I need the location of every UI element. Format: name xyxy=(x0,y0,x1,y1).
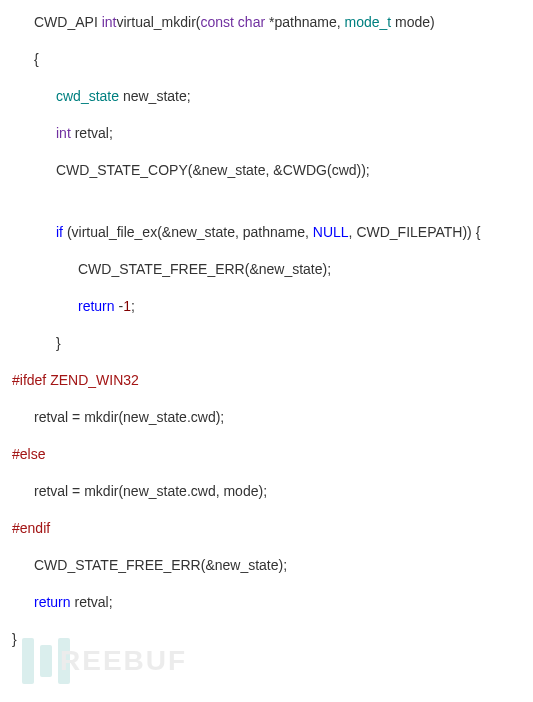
code-line: retval = mkdir(new_state.cwd, mode); xyxy=(12,481,533,502)
code-line: CWD_STATE_FREE_ERR(&new_state); xyxy=(12,259,533,280)
code-token: return xyxy=(78,298,115,314)
code-token: ; xyxy=(131,298,135,314)
code-token: #else xyxy=(12,446,45,462)
code-line: if (virtual_file_ex(&new_state, pathname… xyxy=(12,222,533,243)
code-token: #ifdef ZEND_WIN32 xyxy=(12,372,139,388)
code-token: CWD_STATE_COPY(&new_state, &CWDG(cwd)); xyxy=(56,162,370,178)
code-block: CWD_API intvirtual_mkdir(const char *pat… xyxy=(0,12,533,650)
code-line xyxy=(12,197,533,218)
code-line: CWD_STATE_COPY(&new_state, &CWDG(cwd)); xyxy=(12,160,533,181)
code-token: virtual_mkdir( xyxy=(116,14,200,30)
code-token: int xyxy=(102,14,117,30)
code-token: retval = mkdir(new_state.cwd, mode); xyxy=(34,483,267,499)
code-line: cwd_state new_state; xyxy=(12,86,533,107)
code-token: return xyxy=(34,594,71,610)
code-line: { xyxy=(12,49,533,70)
code-line: #else xyxy=(12,444,533,465)
code-token: int xyxy=(56,125,71,141)
code-token: } xyxy=(12,631,17,647)
code-line: CWD_API intvirtual_mkdir(const char *pat… xyxy=(12,12,533,33)
code-token: , CWD_FILEPATH)) { xyxy=(349,224,481,240)
code-token: cwd_state xyxy=(56,88,119,104)
code-token: CWD_STATE_FREE_ERR(&new_state); xyxy=(34,557,287,573)
code-token: CWD_STATE_FREE_ERR(&new_state); xyxy=(78,261,331,277)
code-token: } xyxy=(56,335,61,351)
code-token: mode_t xyxy=(344,14,391,30)
code-line: retval = mkdir(new_state.cwd); xyxy=(12,407,533,428)
code-token: char xyxy=(238,14,265,30)
code-token: { xyxy=(34,51,39,67)
code-token: const xyxy=(201,14,234,30)
code-token: - xyxy=(115,298,124,314)
code-token: new_state; xyxy=(119,88,191,104)
code-line: } xyxy=(12,333,533,354)
watermark: REEBUF xyxy=(22,638,187,684)
code-line: #ifdef ZEND_WIN32 xyxy=(12,370,533,391)
code-line: return retval; xyxy=(12,592,533,613)
code-token: *pathname, xyxy=(265,14,344,30)
code-token: #endif xyxy=(12,520,50,536)
code-token: if xyxy=(56,224,63,240)
watermark-text: REEBUF xyxy=(60,645,187,677)
code-token: (virtual_file_ex(&new_state, pathname, xyxy=(63,224,313,240)
code-token: retval = mkdir(new_state.cwd); xyxy=(34,409,224,425)
code-token: mode) xyxy=(391,14,435,30)
code-line: return -1; xyxy=(12,296,533,317)
code-token: NULL xyxy=(313,224,349,240)
code-line: #endif xyxy=(12,518,533,539)
code-token: 1 xyxy=(123,298,131,314)
code-line: int retval; xyxy=(12,123,533,144)
code-token: retval; xyxy=(71,125,113,141)
code-token: retval; xyxy=(71,594,113,610)
code-line: CWD_STATE_FREE_ERR(&new_state); xyxy=(12,555,533,576)
code-token: CWD_API xyxy=(34,14,102,30)
